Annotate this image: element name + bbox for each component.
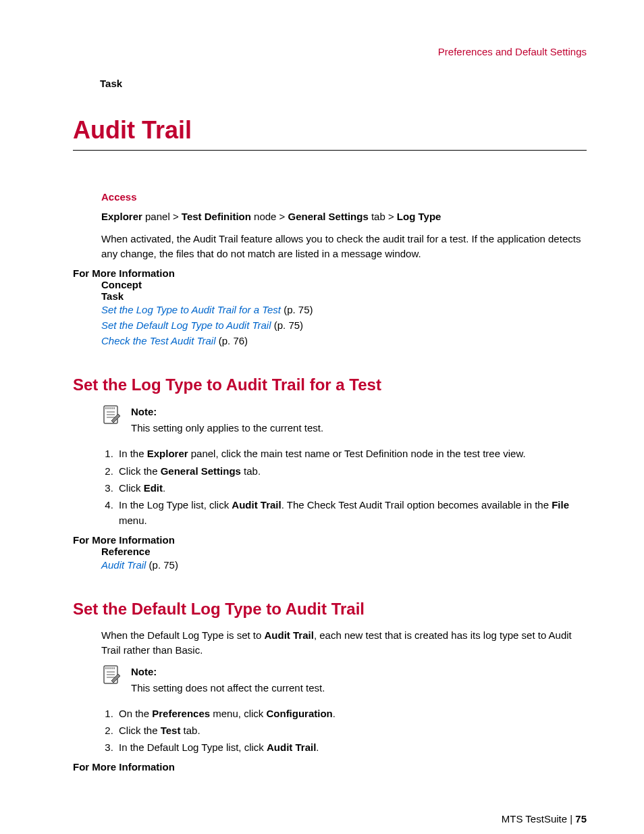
concept-label: Concept <box>101 279 587 290</box>
access-path: Explorer panel > Test Definition node > … <box>101 209 587 225</box>
step-item: In the Explorer panel, click the main te… <box>116 446 587 461</box>
step-bold: File <box>552 499 569 511</box>
link-set-default-log-type[interactable]: Set the Default Log Type to Audit Trail <box>101 319 271 331</box>
step-bold: Audit Trail <box>267 741 316 753</box>
path-general-settings: General Settings <box>288 211 369 222</box>
for-more-info-heading: For More Information <box>73 534 587 546</box>
step-text: Click the <box>119 725 161 736</box>
step-item: Click Edit. <box>116 480 587 496</box>
step-item: In the Default Log Type list, click Audi… <box>116 739 587 755</box>
step-text: panel, click the main test name or Test … <box>188 448 526 459</box>
step-item: On the Preferences menu, click Configura… <box>116 706 587 721</box>
step-bold: Test <box>161 725 181 736</box>
step-text: In the Log Type list, click <box>119 499 232 511</box>
for-more-info-heading: For More Information <box>73 267 587 279</box>
link-check-audit-trail[interactable]: Check the Test Audit Trail <box>101 335 216 346</box>
step-bold: Audit Trail <box>232 499 281 511</box>
task-label: Task <box>100 78 587 89</box>
note-icon <box>101 664 123 687</box>
reference-label: Reference <box>101 546 587 557</box>
step-text: On the <box>119 708 152 719</box>
step-text: tab. <box>180 725 200 736</box>
page-footer: MTS TestSuite | 75 <box>73 813 587 825</box>
step-text: menu, click <box>210 708 266 719</box>
step-text: menu. <box>119 515 147 526</box>
page-ref: (p. 75) <box>149 559 178 571</box>
section-heading-set-default-log-type: Set the Default Log Type to Audit Trail <box>73 600 587 619</box>
step-text: Click the <box>119 465 161 477</box>
steps-list: On the Preferences menu, click Configura… <box>101 706 587 756</box>
step-bold: Configuration <box>266 708 332 719</box>
section-heading-set-log-type: Set the Log Type to Audit Trail for a Te… <box>73 375 587 394</box>
page-ref: (p. 76) <box>219 335 248 346</box>
step-text: In the Default Log Type list, click <box>119 741 267 753</box>
page-title: Audit Trail <box>73 116 587 151</box>
step-bold: General Settings <box>161 465 241 477</box>
note-block: Note: This setting does not affect the c… <box>101 664 587 696</box>
step-text: In the <box>119 448 147 459</box>
access-description: When activated, the Audit Trail feature … <box>101 232 587 262</box>
page-ref: (p. 75) <box>284 304 313 315</box>
footer-page-number: 75 <box>575 813 587 825</box>
note-label: Note: <box>131 664 325 680</box>
header-breadcrumb: Preferences and Default Settings <box>73 46 587 57</box>
for-more-info-heading: For More Information <box>73 761 587 773</box>
path-sep: node > <box>251 211 288 222</box>
path-sep: tab > <box>369 211 397 222</box>
step-text: . <box>316 741 319 753</box>
link-audit-trail[interactable]: Audit Trail <box>101 559 146 571</box>
footer-product: MTS TestSuite | <box>502 813 576 825</box>
step-bold: Edit <box>144 482 163 494</box>
step-text: . <box>333 708 336 719</box>
note-text: This setting only applies to the current… <box>131 420 323 436</box>
step-item: In the Log Type list, click Audit Trail.… <box>116 497 587 529</box>
task-sub-label: Task <box>101 290 587 302</box>
page-ref: (p. 75) <box>274 319 303 331</box>
note-label: Note: <box>131 404 323 420</box>
step-bold: Preferences <box>152 708 210 719</box>
intro-bold: Audit Trail <box>265 629 314 641</box>
access-label: Access <box>101 191 587 203</box>
step-text: . The Check Test Audit Trail option beco… <box>281 499 552 511</box>
note-block: Note: This setting only applies to the c… <box>101 404 587 436</box>
intro-text: When the Default Log Type is set to <box>101 629 265 641</box>
steps-list: In the Explorer panel, click the main te… <box>101 446 587 528</box>
path-sep: panel > <box>142 211 182 222</box>
step-item: Click the General Settings tab. <box>116 463 587 479</box>
link-set-log-type-test[interactable]: Set the Log Type to Audit Trail for a Te… <box>101 304 281 315</box>
path-test-definition: Test Definition <box>182 211 251 222</box>
note-text: This setting does not affect the current… <box>131 680 325 696</box>
path-log-type: Log Type <box>397 211 441 222</box>
step-text: tab. <box>241 465 261 477</box>
step-text: Click <box>119 482 144 494</box>
step-text: . <box>163 482 165 494</box>
step-item: Click the Test tab. <box>116 723 587 738</box>
path-explorer: Explorer <box>101 211 142 222</box>
note-icon <box>101 404 123 427</box>
step-bold: Explorer <box>147 448 188 459</box>
section2-intro: When the Default Log Type is set to Audi… <box>101 628 587 658</box>
